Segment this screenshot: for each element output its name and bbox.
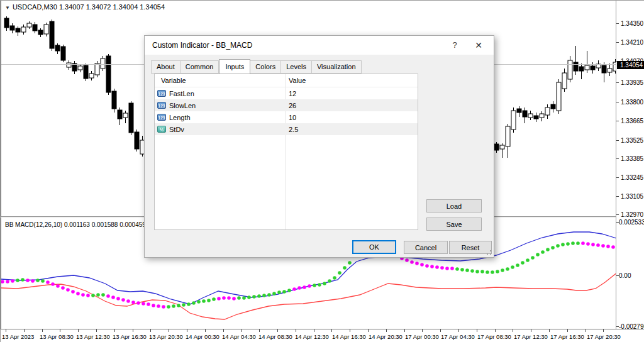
macd-dot-up	[212, 297, 216, 301]
time-tick	[296, 329, 296, 332]
macd-dot-up	[16, 279, 19, 282]
time-axis-label: 13 Apr 2023	[2, 333, 34, 340]
macd-dot-up	[257, 294, 261, 298]
macd-dot-down	[71, 290, 75, 294]
time-tick	[6, 329, 6, 332]
variable-name: StDv	[169, 126, 184, 133]
symbol-dropdown-icon[interactable]: ▼	[5, 5, 10, 11]
macd-dot-up	[267, 293, 271, 297]
macd-dot-down	[116, 297, 120, 301]
load-button[interactable]: Load	[426, 199, 482, 212]
price-axis-label: 1.33245	[621, 174, 643, 181]
time-tick	[277, 329, 278, 332]
time-tick	[314, 329, 314, 332]
time-axis-label: 13 Apr 16:30	[113, 333, 147, 340]
price-axis-label: 1.33385	[621, 155, 643, 162]
macd-dot-down	[76, 292, 80, 295]
macd-dot-down	[232, 297, 236, 301]
macd-dot-up	[343, 266, 347, 270]
time-tick	[422, 329, 423, 332]
indicator-axis-label: 0.002533	[619, 219, 644, 226]
variable-value[interactable]: 26	[289, 102, 296, 109]
table-row-length[interactable]: 123Length10	[155, 111, 418, 123]
candle	[494, 142, 499, 153]
macd-dot-down	[308, 284, 311, 288]
help-icon[interactable]: ?	[445, 36, 465, 55]
candle	[557, 79, 561, 114]
time-tick	[368, 329, 369, 332]
price-tick	[616, 158, 619, 159]
variable-value[interactable]: 2.5	[289, 126, 298, 133]
time-axis-label: 17 Apr 12:30	[514, 333, 548, 340]
candle	[67, 60, 71, 70]
macd-dot-up	[546, 248, 550, 251]
table-row-slowlen[interactable]: 123SlowLen26	[155, 99, 418, 111]
time-axis-label: 14 Apr 00:30	[186, 333, 219, 340]
mt4-chart-window: ▼USDCAD,M30 1.34007 1.34072 1.34004 1.34…	[0, 0, 644, 342]
macd-dot-up	[187, 302, 191, 306]
resize-grip-icon[interactable]	[486, 250, 492, 255]
variable-value[interactable]: 12	[289, 90, 296, 97]
time-axis-label: 14 Apr 08:30	[258, 333, 292, 340]
macd-dot-down	[106, 294, 110, 298]
price-tick	[616, 82, 619, 83]
time-tick	[567, 329, 568, 332]
macd-dot-up	[348, 261, 352, 265]
save-button[interactable]: Save	[426, 218, 482, 231]
candle	[574, 46, 578, 75]
table-rows: 123FastLen12123SlowLen26123Length10½StDv…	[155, 87, 418, 135]
macd-dot-up	[96, 293, 100, 297]
price-axis[interactable]: 1.343501.342101.340701.339351.338001.336…	[616, 1, 644, 329]
candle	[50, 19, 54, 51]
inputs-table[interactable]: Variable Value 123FastLen12123SlowLen261…	[154, 74, 418, 230]
candle	[129, 101, 133, 135]
macd-dot-up	[167, 305, 170, 309]
macd-dot-down	[51, 282, 55, 286]
ok-button[interactable]: OK	[352, 240, 396, 254]
candle	[27, 21, 31, 29]
macd-dot-up	[328, 279, 331, 283]
time-tick	[96, 329, 97, 332]
tab-inputs[interactable]: Inputs	[219, 59, 250, 74]
macd-dot-down	[601, 244, 605, 248]
symbol-ohlc-text: USDCAD,M30 1.34007 1.34072 1.34004 1.340…	[13, 3, 165, 11]
macd-dot-up	[318, 283, 321, 287]
macd-dot-up	[541, 250, 545, 254]
tab-levels[interactable]: Levels	[281, 60, 312, 74]
tab-common[interactable]: Common	[180, 60, 219, 74]
reset-button[interactable]: Reset	[449, 241, 492, 254]
candle	[602, 62, 606, 82]
cancel-button[interactable]: Cancel	[404, 241, 448, 254]
column-header-variable: Variable	[161, 77, 186, 84]
table-row-fastlen[interactable]: 123FastLen12	[155, 87, 418, 99]
time-axis[interactable]: 13 Apr 202313 Apr 08:3013 Apr 12:3013 Ap…	[1, 329, 644, 342]
time-axis-label: 14 Apr 12:30	[295, 333, 329, 340]
candle	[545, 104, 550, 119]
macd-dot-down	[136, 301, 140, 305]
macd-dot-down	[131, 301, 135, 304]
macd-dot-up	[521, 261, 525, 265]
variable-value[interactable]: 10	[289, 114, 296, 121]
dialog-titlebar[interactable]: Custom Indicator - BB_MACD ? ✕	[145, 36, 494, 55]
macd-dot-down	[217, 297, 221, 301]
time-tick	[259, 329, 260, 332]
macd-dot-up	[491, 270, 494, 274]
candle	[16, 26, 20, 36]
tab-about[interactable]: About	[151, 60, 180, 74]
macd-dot-down	[425, 264, 429, 268]
time-axis-label: 17 Apr 16:30	[550, 333, 584, 340]
candle	[118, 108, 122, 125]
candle	[534, 113, 538, 122]
macd-dot-up	[470, 269, 474, 273]
tab-visualization[interactable]: Visualization	[312, 60, 362, 74]
integer-type-icon: 123	[157, 114, 166, 121]
close-icon[interactable]: ✕	[469, 36, 489, 55]
table-row-stdv[interactable]: ½StDv2.5	[155, 123, 418, 135]
candle	[44, 23, 48, 36]
time-tick	[440, 329, 441, 332]
macd-dot-up	[91, 294, 95, 297]
table-header: Variable Value	[155, 74, 418, 87]
tab-colors[interactable]: Colors	[250, 60, 281, 74]
macd-dot-down	[31, 279, 35, 283]
macd-dot-up	[576, 241, 580, 245]
